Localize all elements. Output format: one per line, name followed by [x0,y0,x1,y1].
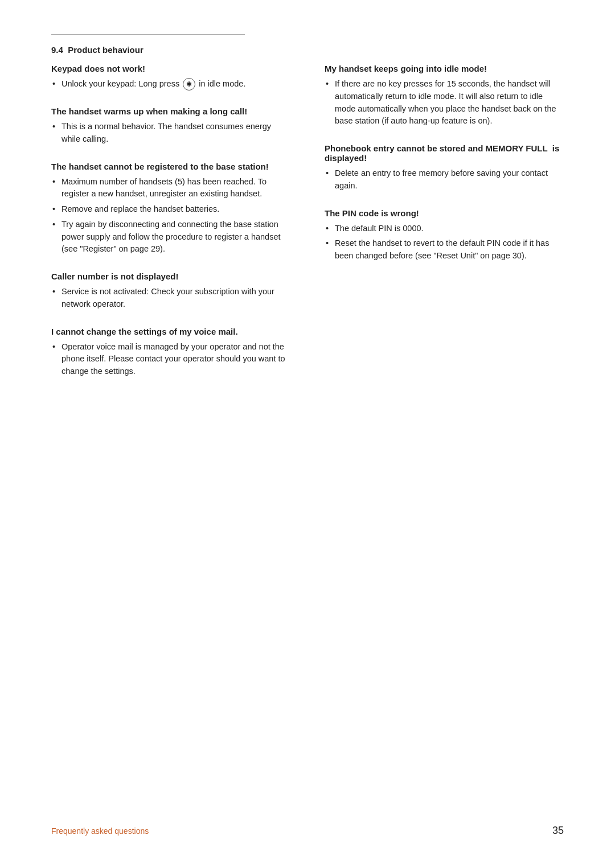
section-number: 9.4 [51,45,63,55]
faq-heading-cannot-register: The handset cannot be registered to the … [51,162,290,171]
faq-list-caller-number: Service is not activated: Check your sub… [51,286,290,311]
faq-heading-idle-mode: My handset keeps going into idle mode! [325,64,564,73]
list-item: Reset the handset to revert to the defau… [325,237,564,262]
list-item: Remove and replace the handset batteries… [51,203,290,216]
faq-list-idle-mode: If there are no key presses for 15 secon… [325,78,564,127]
left-column: Keypad does not work! Unlock your keypad… [51,64,290,394]
faq-block-caller-number: Caller number is not displayed! Service … [51,271,290,311]
list-item: If there are no key presses for 15 secon… [325,78,564,127]
faq-block-phonebook-full: Phonebook entry cannot be stored and MEM… [325,143,564,192]
faq-heading-pin-wrong: The PIN code is wrong! [325,208,564,218]
faq-list-pin-wrong: The default PIN is 0000. Reset the hands… [325,223,564,262]
page: 9.4 Product behaviour Keypad does not wo… [0,0,615,868]
faq-list-warms-up: This is a normal behavior. The handset c… [51,121,290,146]
list-item: Operator voice mail is managed by your o… [51,341,290,378]
faq-list-cannot-register: Maximum number of handsets (5) has been … [51,176,290,256]
faq-list-phonebook-full: Delete an entry to free memory before sa… [325,167,564,192]
faq-block-voice-mail: I cannot change the settings of my voice… [51,327,290,378]
list-item: The default PIN is 0000. [325,223,564,235]
faq-heading-keypad: Keypad does not work! [51,64,290,73]
faq-block-keypad: Keypad does not work! Unlock your keypad… [51,64,290,90]
list-item: Delete an entry to free memory before sa… [325,167,564,192]
footer-faq-label: Frequently asked questions [51,826,149,836]
list-item: This is a normal behavior. The handset c… [51,121,290,146]
faq-list-voice-mail: Operator voice mail is managed by your o… [51,341,290,378]
list-item: Maximum number of handsets (5) has been … [51,176,290,201]
right-column: My handset keeps going into idle mode! I… [325,64,564,394]
faq-heading-warms-up: The handset warms up when making a long … [51,106,290,116]
faq-heading-voice-mail: I cannot change the settings of my voice… [51,327,290,336]
faq-heading-phonebook-full: Phonebook entry cannot be stored and MEM… [325,143,564,163]
faq-heading-caller-number: Caller number is not displayed! [51,271,290,281]
section-heading: Product behaviour [68,45,144,55]
list-item: Service is not activated: Check your sub… [51,286,290,311]
list-item: Unlock your keypad: Long press ✱ in idle… [51,78,290,90]
faq-block-cannot-register: The handset cannot be registered to the … [51,162,290,256]
two-column-layout: Keypad does not work! Unlock your keypad… [51,64,564,394]
footer: Frequently asked questions 35 [0,825,615,837]
section-title: 9.4 Product behaviour [51,45,564,55]
footer-page-number: 35 [552,825,564,837]
star-key-icon: ✱ [183,78,195,90]
list-item: Try again by disconnecting and connectin… [51,219,290,256]
faq-block-warms-up: The handset warms up when making a long … [51,106,290,146]
top-rule [51,34,245,35]
faq-block-pin-wrong: The PIN code is wrong! The default PIN i… [325,208,564,262]
faq-block-idle-mode: My handset keeps going into idle mode! I… [325,64,564,127]
faq-list-keypad: Unlock your keypad: Long press ✱ in idle… [51,78,290,90]
